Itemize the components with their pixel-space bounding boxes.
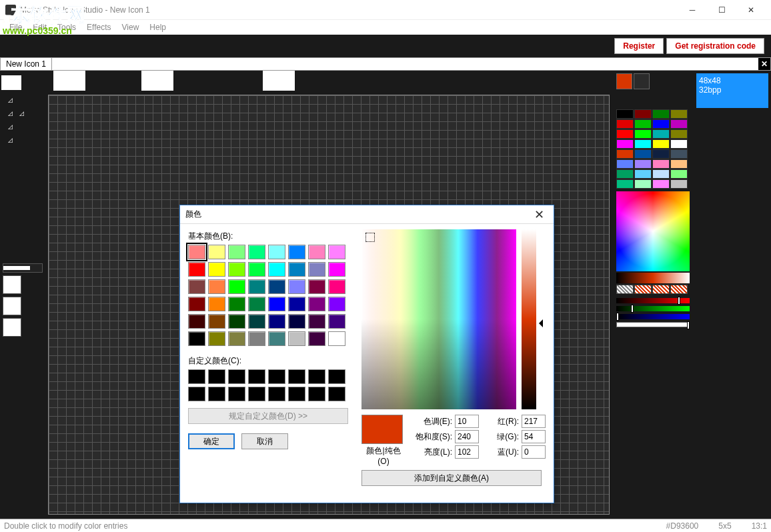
basic-color-swatch[interactable] bbox=[188, 297, 205, 311]
red-slider[interactable] bbox=[616, 298, 690, 303]
tool-marker[interactable]: ◿ bbox=[0, 137, 47, 143]
palette-swatch[interactable] bbox=[634, 129, 652, 139]
basic-color-swatch[interactable] bbox=[228, 331, 245, 346]
basic-color-swatch[interactable] bbox=[268, 297, 285, 311]
dialog-close-button[interactable]: ✕ bbox=[530, 207, 548, 222]
blue-slider[interactable] bbox=[616, 314, 690, 319]
custom-color-swatch[interactable] bbox=[228, 369, 245, 384]
basic-color-swatch[interactable] bbox=[288, 331, 305, 346]
menu-effects[interactable]: Effects bbox=[81, 21, 116, 33]
palette-swatch[interactable] bbox=[670, 139, 688, 149]
basic-color-swatch[interactable] bbox=[228, 314, 245, 329]
basic-color-swatch[interactable] bbox=[308, 279, 325, 294]
basic-color-swatch[interactable] bbox=[308, 331, 325, 346]
palette-swatch[interactable] bbox=[616, 149, 634, 159]
tool-marker[interactable]: ◿ bbox=[0, 97, 47, 103]
palette-swatch[interactable] bbox=[652, 179, 670, 189]
basic-color-swatch[interactable] bbox=[188, 279, 205, 294]
thumbnail[interactable] bbox=[263, 71, 295, 91]
basic-color-swatch[interactable] bbox=[208, 279, 225, 294]
basic-color-swatch[interactable] bbox=[288, 245, 305, 259]
basic-color-swatch[interactable] bbox=[248, 245, 265, 259]
tool-marker[interactable]: ◿ ◿ bbox=[0, 110, 47, 117]
thumbnail[interactable] bbox=[141, 71, 173, 91]
custom-color-swatch[interactable] bbox=[308, 387, 325, 401]
palette-swatch[interactable] bbox=[652, 129, 670, 139]
basic-color-swatch[interactable] bbox=[248, 262, 265, 277]
basic-color-swatch[interactable] bbox=[248, 297, 265, 311]
tool-swatch[interactable] bbox=[1, 75, 21, 90]
palette-swatch[interactable] bbox=[616, 119, 634, 129]
hue-input[interactable] bbox=[455, 415, 479, 428]
color-gradient[interactable] bbox=[361, 229, 516, 409]
basic-color-swatch[interactable] bbox=[268, 314, 285, 329]
basic-color-swatch[interactable] bbox=[328, 314, 345, 329]
cancel-button[interactable]: 取消 bbox=[241, 433, 288, 449]
palette-swatch[interactable] bbox=[634, 119, 652, 129]
gradient-bar[interactable] bbox=[616, 273, 690, 283]
palette-swatch[interactable] bbox=[634, 179, 652, 189]
basic-color-swatch[interactable] bbox=[228, 279, 245, 294]
palette-swatch[interactable] bbox=[652, 109, 670, 119]
maximize-button[interactable]: ☐ bbox=[707, 0, 736, 19]
basic-color-swatch[interactable] bbox=[268, 262, 285, 277]
basic-color-swatch[interactable] bbox=[328, 279, 345, 294]
basic-color-swatch[interactable] bbox=[188, 314, 205, 329]
palette-swatch[interactable] bbox=[670, 129, 688, 139]
custom-color-swatch[interactable] bbox=[328, 387, 345, 401]
palette-swatch[interactable] bbox=[652, 159, 670, 169]
basic-color-swatch[interactable] bbox=[288, 279, 305, 294]
size-swatch[interactable] bbox=[3, 275, 21, 294]
tool-marker[interactable]: ◿ bbox=[0, 123, 47, 130]
palette-swatch[interactable] bbox=[652, 119, 670, 129]
basic-color-swatch[interactable] bbox=[188, 245, 205, 259]
size-swatch[interactable] bbox=[3, 318, 21, 337]
basic-color-swatch[interactable] bbox=[248, 314, 265, 329]
thumbnail[interactable] bbox=[53, 71, 85, 91]
palette-swatch[interactable] bbox=[670, 169, 688, 179]
custom-color-swatch[interactable] bbox=[288, 369, 305, 384]
palette-swatch[interactable] bbox=[670, 159, 688, 169]
gradient-cursor[interactable] bbox=[365, 233, 375, 242]
basic-color-swatch[interactable] bbox=[268, 279, 285, 294]
basic-color-swatch[interactable] bbox=[328, 297, 345, 311]
custom-color-swatch[interactable] bbox=[288, 387, 305, 401]
basic-color-swatch[interactable] bbox=[288, 262, 305, 277]
palette-swatch[interactable] bbox=[616, 159, 634, 169]
basic-color-swatch[interactable] bbox=[188, 331, 205, 346]
custom-color-swatch[interactable] bbox=[328, 369, 345, 384]
hue-wheel[interactable] bbox=[616, 191, 690, 271]
basic-color-swatch[interactable] bbox=[308, 245, 325, 259]
menu-view[interactable]: View bbox=[117, 21, 145, 33]
custom-color-swatch[interactable] bbox=[188, 369, 205, 384]
menu-tools[interactable]: Tools bbox=[52, 21, 81, 33]
palette-swatch[interactable] bbox=[616, 109, 634, 119]
pattern-swatch[interactable] bbox=[670, 285, 688, 294]
ok-button[interactable]: 确定 bbox=[188, 433, 235, 449]
basic-color-swatch[interactable] bbox=[308, 297, 325, 311]
basic-color-swatch[interactable] bbox=[308, 262, 325, 277]
blue-input[interactable] bbox=[522, 445, 546, 459]
basic-color-swatch[interactable] bbox=[208, 245, 225, 259]
pattern-swatch[interactable] bbox=[616, 285, 634, 294]
basic-color-swatch[interactable] bbox=[208, 262, 225, 277]
palette-swatch[interactable] bbox=[634, 139, 652, 149]
palette-swatch[interactable] bbox=[616, 169, 634, 179]
basic-color-swatch[interactable] bbox=[228, 297, 245, 311]
palette-swatch[interactable] bbox=[634, 149, 652, 159]
add-custom-button[interactable]: 添加到自定义颜色(A) bbox=[361, 470, 542, 486]
basic-color-swatch[interactable] bbox=[248, 279, 265, 294]
palette-swatch[interactable] bbox=[670, 179, 688, 189]
custom-color-swatch[interactable] bbox=[248, 369, 265, 384]
basic-color-swatch[interactable] bbox=[308, 314, 325, 329]
custom-color-swatch[interactable] bbox=[268, 369, 285, 384]
tab-new-icon[interactable]: New Icon 1 bbox=[1, 58, 52, 70]
basic-color-swatch[interactable] bbox=[328, 245, 345, 259]
close-button[interactable]: ✕ bbox=[736, 0, 766, 19]
opacity-slider[interactable] bbox=[3, 263, 43, 273]
luminance-pointer[interactable] bbox=[535, 319, 543, 327]
custom-color-swatch[interactable] bbox=[228, 387, 245, 401]
basic-color-swatch[interactable] bbox=[188, 262, 205, 277]
basic-color-swatch[interactable] bbox=[328, 331, 345, 346]
palette-swatch[interactable] bbox=[634, 109, 652, 119]
